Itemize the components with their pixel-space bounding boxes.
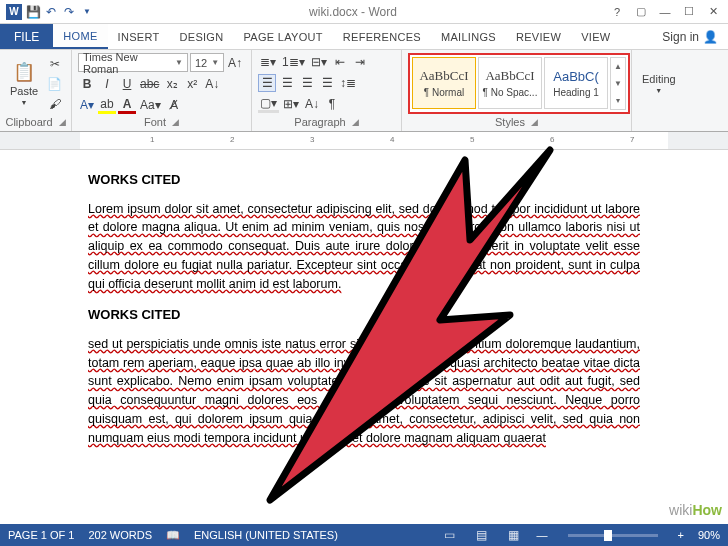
tab-home[interactable]: HOME: [53, 24, 107, 49]
numbering-icon[interactable]: 1≣▾: [280, 53, 307, 71]
minimize-icon[interactable]: —: [654, 3, 676, 21]
styles-launcher-icon[interactable]: ◢: [531, 117, 538, 127]
multilevel-icon[interactable]: ⊟▾: [309, 53, 329, 71]
zoom-out-icon[interactable]: —: [537, 529, 548, 541]
decrease-indent-icon[interactable]: ⇤: [331, 53, 349, 71]
word-app-icon: W: [6, 4, 22, 20]
window-title: wiki.docx - Word: [100, 5, 606, 19]
bold-button[interactable]: B: [78, 75, 96, 93]
ribbon-options-icon[interactable]: ▢: [630, 3, 652, 21]
zoom-level[interactable]: 90%: [698, 529, 720, 541]
editing-button[interactable]: Editing▼: [638, 53, 680, 114]
justify-icon[interactable]: ☰: [318, 74, 336, 92]
font-color-icon[interactable]: A: [118, 96, 136, 114]
copy-icon[interactable]: 📄: [45, 75, 64, 93]
user-icon: 👤: [703, 30, 718, 44]
styles-more-button[interactable]: ▲▼▾: [610, 57, 626, 110]
qat-customize-icon[interactable]: ▼: [80, 5, 94, 19]
sort-icon[interactable]: A↓: [303, 95, 321, 113]
underline-button[interactable]: U: [118, 75, 136, 93]
close-icon[interactable]: ✕: [702, 3, 724, 21]
paragraph-group-label: Paragraph: [294, 116, 345, 128]
cut-icon[interactable]: ✂: [45, 55, 64, 73]
text-effects-icon[interactable]: A▾: [78, 96, 96, 114]
status-bar: PAGE 1 OF 1 202 WORDS 📖 ENGLISH (UNITED …: [0, 524, 728, 546]
sign-in-link[interactable]: Sign in👤: [652, 24, 728, 49]
tab-mailings[interactable]: MAILINGS: [431, 24, 506, 49]
maximize-icon[interactable]: ☐: [678, 3, 700, 21]
strikethrough-button[interactable]: abc: [138, 75, 161, 93]
horizontal-ruler[interactable]: 1 2 3 4 5 6 7: [0, 132, 728, 150]
document-page[interactable]: WORKS CITED Lorem ipsum dolor sit amet, …: [0, 158, 728, 447]
font-name-combo[interactable]: Times New Roman▼: [78, 53, 188, 72]
subscript-button[interactable]: x₂: [163, 75, 181, 93]
ribbon: 📋 Paste ▼ ✂ 📄 🖌 Clipboard◢ Times New Rom…: [0, 50, 728, 132]
tab-file[interactable]: FILE: [0, 24, 53, 49]
paragraph-1: Lorem ipsum dolor sit amet, consectetur …: [88, 200, 640, 294]
styles-group-label: Styles: [495, 116, 525, 128]
tab-view[interactable]: VIEW: [571, 24, 620, 49]
style-normal[interactable]: AaBbCcI ¶ Normal: [412, 57, 476, 109]
page-indicator[interactable]: PAGE 1 OF 1: [8, 529, 74, 541]
tab-page-layout[interactable]: PAGE LAYOUT: [233, 24, 332, 49]
paste-button[interactable]: 📋 Paste ▼: [6, 53, 42, 114]
ribbon-tabs: FILE HOME INSERT DESIGN PAGE LAYOUT REFE…: [0, 24, 728, 50]
font-size-combo[interactable]: 12▼: [190, 53, 224, 72]
tab-references[interactable]: REFERENCES: [333, 24, 431, 49]
align-left-icon[interactable]: ☰: [258, 74, 276, 92]
shading-icon[interactable]: ▢▾: [258, 95, 279, 113]
clipboard-launcher-icon[interactable]: ◢: [59, 117, 66, 127]
tab-design[interactable]: DESIGN: [170, 24, 234, 49]
increase-indent-icon[interactable]: ⇥: [351, 53, 369, 71]
styles-gallery-highlight: AaBbCcI ¶ Normal AaBbCcI ¶ No Spac... Aa…: [408, 53, 630, 114]
superscript-button[interactable]: x²: [183, 75, 201, 93]
italic-button[interactable]: I: [98, 75, 116, 93]
paragraph-2: sed ut perspiciatis unde omnis iste natu…: [88, 335, 640, 448]
language-indicator[interactable]: ENGLISH (UNITED STATES): [194, 529, 338, 541]
font-group-label: Font: [144, 116, 166, 128]
heading-works-cited-2: WORKS CITED: [88, 305, 640, 325]
read-mode-icon[interactable]: ▭: [441, 528, 459, 542]
print-layout-icon[interactable]: ▤: [473, 528, 491, 542]
style-heading-1[interactable]: AaBbC( Heading 1: [544, 57, 608, 109]
bullets-icon[interactable]: ≣▾: [258, 53, 278, 71]
word-count[interactable]: 202 WORDS: [88, 529, 152, 541]
document-area[interactable]: WORKS CITED Lorem ipsum dolor sit amet, …: [0, 150, 728, 524]
format-painter-icon[interactable]: 🖌: [45, 95, 64, 113]
align-right-icon[interactable]: ☰: [298, 74, 316, 92]
undo-icon[interactable]: ↶: [44, 5, 58, 19]
clear-formatting-icon[interactable]: A̸: [165, 96, 183, 114]
redo-icon[interactable]: ↷: [62, 5, 76, 19]
borders-icon[interactable]: ⊞▾: [281, 95, 301, 113]
save-icon[interactable]: 💾: [26, 5, 40, 19]
tab-review[interactable]: REVIEW: [506, 24, 571, 49]
zoom-in-icon[interactable]: +: [678, 529, 684, 541]
web-layout-icon[interactable]: ▦: [505, 528, 523, 542]
shrink-font-icon[interactable]: A↓: [203, 75, 221, 93]
highlight-icon[interactable]: ab: [98, 96, 116, 114]
line-spacing-icon[interactable]: ↕≣: [338, 74, 358, 92]
font-launcher-icon[interactable]: ◢: [172, 117, 179, 127]
help-icon[interactable]: ?: [606, 3, 628, 21]
paragraph-launcher-icon[interactable]: ◢: [352, 117, 359, 127]
align-center-icon[interactable]: ☰: [278, 74, 296, 92]
show-hide-icon[interactable]: ¶: [323, 95, 341, 113]
grow-font-icon[interactable]: A↑: [226, 54, 244, 72]
tab-insert[interactable]: INSERT: [108, 24, 170, 49]
heading-works-cited-1: WORKS CITED: [88, 170, 640, 190]
change-case-icon[interactable]: Aa▾: [138, 96, 163, 114]
style-no-spacing[interactable]: AaBbCcI ¶ No Spac...: [478, 57, 542, 109]
proofing-icon[interactable]: 📖: [166, 529, 180, 542]
clipboard-group-label: Clipboard: [5, 116, 52, 128]
zoom-slider[interactable]: [568, 534, 658, 537]
clipboard-icon: 📋: [13, 61, 35, 83]
title-bar: W 💾 ↶ ↷ ▼ wiki.docx - Word ? ▢ — ☐ ✕: [0, 0, 728, 24]
wikihow-watermark: wikiHow: [669, 502, 722, 518]
